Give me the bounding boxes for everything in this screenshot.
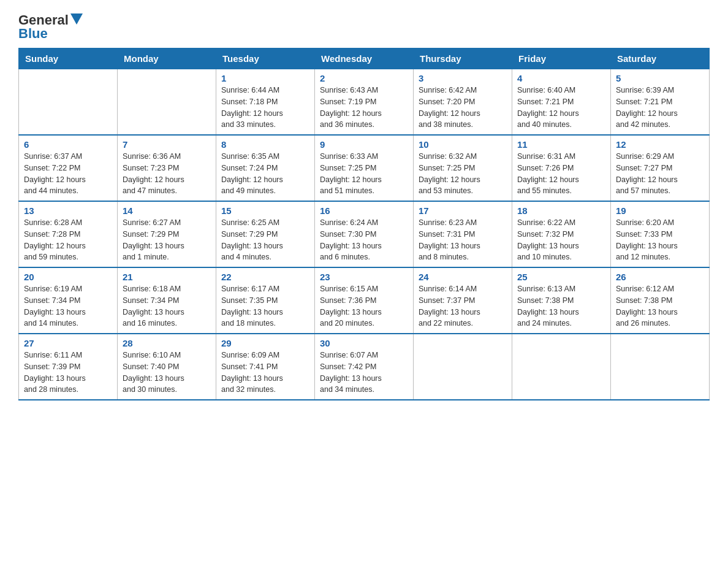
- day-info: Sunrise: 6:32 AM Sunset: 7:25 PM Dayligh…: [419, 151, 507, 197]
- header-tuesday: Tuesday: [216, 48, 315, 69]
- day-info: Sunrise: 6:36 AM Sunset: 7:23 PM Dayligh…: [123, 151, 211, 197]
- day-info: Sunrise: 6:13 AM Sunset: 7:38 PM Dayligh…: [517, 283, 605, 329]
- calendar-cell: 19Sunrise: 6:20 AM Sunset: 7:33 PM Dayli…: [611, 201, 710, 267]
- header-friday: Friday: [512, 48, 611, 69]
- calendar-cell: 15Sunrise: 6:25 AM Sunset: 7:29 PM Dayli…: [216, 201, 315, 267]
- day-info: Sunrise: 6:27 AM Sunset: 7:29 PM Dayligh…: [123, 217, 211, 263]
- day-number: 1: [221, 73, 309, 83]
- day-info: Sunrise: 6:20 AM Sunset: 7:33 PM Dayligh…: [616, 217, 704, 263]
- calendar-cell: 30Sunrise: 6:07 AM Sunset: 7:42 PM Dayli…: [315, 334, 414, 400]
- day-info: Sunrise: 6:44 AM Sunset: 7:18 PM Dayligh…: [221, 85, 309, 131]
- header-saturday: Saturday: [611, 48, 710, 69]
- day-number: 3: [419, 73, 507, 83]
- day-number: 25: [517, 272, 605, 282]
- day-number: 16: [320, 205, 408, 216]
- day-info: Sunrise: 6:35 AM Sunset: 7:24 PM Dayligh…: [221, 151, 309, 197]
- day-number: 7: [123, 139, 211, 150]
- day-number: 28: [123, 338, 211, 348]
- day-number: 27: [24, 338, 112, 348]
- day-info: Sunrise: 6:28 AM Sunset: 7:28 PM Dayligh…: [24, 217, 112, 263]
- day-info: Sunrise: 6:22 AM Sunset: 7:32 PM Dayligh…: [517, 217, 605, 263]
- day-number: 14: [123, 205, 211, 216]
- header-sunday: Sunday: [19, 48, 118, 69]
- calendar-cell: 6Sunrise: 6:37 AM Sunset: 7:22 PM Daylig…: [19, 135, 118, 201]
- day-info: Sunrise: 6:43 AM Sunset: 7:19 PM Dayligh…: [320, 85, 408, 131]
- day-info: Sunrise: 6:11 AM Sunset: 7:39 PM Dayligh…: [24, 350, 112, 396]
- calendar-cell: 4Sunrise: 6:40 AM Sunset: 7:21 PM Daylig…: [512, 69, 611, 136]
- calendar-cell: 12Sunrise: 6:29 AM Sunset: 7:27 PM Dayli…: [611, 135, 710, 201]
- calendar-header-row: SundayMondayTuesdayWednesdayThursdayFrid…: [19, 48, 710, 69]
- day-info: Sunrise: 6:23 AM Sunset: 7:31 PM Dayligh…: [419, 217, 507, 263]
- calendar-cell: [19, 69, 118, 136]
- day-info: Sunrise: 6:09 AM Sunset: 7:41 PM Dayligh…: [221, 350, 309, 396]
- day-number: 5: [616, 73, 704, 83]
- day-number: 29: [221, 338, 309, 348]
- svg-marker-0: [70, 13, 83, 25]
- calendar-cell: 27Sunrise: 6:11 AM Sunset: 7:39 PM Dayli…: [19, 334, 118, 400]
- calendar-cell: 10Sunrise: 6:32 AM Sunset: 7:25 PM Dayli…: [414, 135, 512, 201]
- day-info: Sunrise: 6:37 AM Sunset: 7:22 PM Dayligh…: [24, 151, 112, 197]
- calendar-week-row: 13Sunrise: 6:28 AM Sunset: 7:28 PM Dayli…: [19, 201, 710, 267]
- calendar-week-row: 1Sunrise: 6:44 AM Sunset: 7:18 PM Daylig…: [19, 69, 710, 136]
- header-wednesday: Wednesday: [315, 48, 414, 69]
- calendar-cell: 16Sunrise: 6:24 AM Sunset: 7:30 PM Dayli…: [315, 201, 414, 267]
- day-number: 21: [123, 272, 211, 282]
- calendar-cell: 18Sunrise: 6:22 AM Sunset: 7:32 PM Dayli…: [512, 201, 611, 267]
- day-info: Sunrise: 6:17 AM Sunset: 7:35 PM Dayligh…: [221, 283, 309, 329]
- day-info: Sunrise: 6:42 AM Sunset: 7:20 PM Dayligh…: [419, 85, 507, 131]
- calendar-cell: 25Sunrise: 6:13 AM Sunset: 7:38 PM Dayli…: [512, 267, 611, 334]
- day-number: 13: [24, 205, 112, 216]
- day-number: 20: [24, 272, 112, 282]
- calendar-cell: 26Sunrise: 6:12 AM Sunset: 7:38 PM Dayli…: [611, 267, 710, 334]
- calendar-cell: 24Sunrise: 6:14 AM Sunset: 7:37 PM Dayli…: [414, 267, 512, 334]
- calendar-cell: 14Sunrise: 6:27 AM Sunset: 7:29 PM Dayli…: [118, 201, 216, 267]
- calendar-cell: 21Sunrise: 6:18 AM Sunset: 7:34 PM Dayli…: [118, 267, 216, 334]
- calendar-cell: 23Sunrise: 6:15 AM Sunset: 7:36 PM Dayli…: [315, 267, 414, 334]
- day-number: 19: [616, 205, 704, 216]
- day-number: 26: [616, 272, 704, 282]
- day-info: Sunrise: 6:07 AM Sunset: 7:42 PM Dayligh…: [320, 350, 408, 396]
- day-number: 10: [419, 139, 507, 150]
- calendar-cell: [414, 334, 512, 400]
- calendar-cell: 22Sunrise: 6:17 AM Sunset: 7:35 PM Dayli…: [216, 267, 315, 334]
- logo-blue: Blue: [18, 26, 48, 42]
- calendar-cell: 2Sunrise: 6:43 AM Sunset: 7:19 PM Daylig…: [315, 69, 414, 136]
- day-number: 6: [24, 139, 112, 150]
- calendar-cell: 3Sunrise: 6:42 AM Sunset: 7:20 PM Daylig…: [414, 69, 512, 136]
- day-info: Sunrise: 6:25 AM Sunset: 7:29 PM Dayligh…: [221, 217, 309, 263]
- calendar-cell: [118, 69, 216, 136]
- day-info: Sunrise: 6:40 AM Sunset: 7:21 PM Dayligh…: [517, 85, 605, 131]
- day-number: 24: [419, 272, 507, 282]
- day-info: Sunrise: 6:39 AM Sunset: 7:21 PM Dayligh…: [616, 85, 704, 131]
- calendar-table: SundayMondayTuesdayWednesdayThursdayFrid…: [18, 48, 710, 400]
- calendar-cell: 11Sunrise: 6:31 AM Sunset: 7:26 PM Dayli…: [512, 135, 611, 201]
- day-number: 17: [419, 205, 507, 216]
- calendar-cell: 29Sunrise: 6:09 AM Sunset: 7:41 PM Dayli…: [216, 334, 315, 400]
- calendar-cell: [512, 334, 611, 400]
- calendar-cell: 8Sunrise: 6:35 AM Sunset: 7:24 PM Daylig…: [216, 135, 315, 201]
- day-info: Sunrise: 6:19 AM Sunset: 7:34 PM Dayligh…: [24, 283, 112, 329]
- calendar-cell: 13Sunrise: 6:28 AM Sunset: 7:28 PM Dayli…: [19, 201, 118, 267]
- day-number: 15: [221, 205, 309, 216]
- day-number: 23: [320, 272, 408, 282]
- day-info: Sunrise: 6:31 AM Sunset: 7:26 PM Dayligh…: [517, 151, 605, 197]
- page-header: General Blue: [18, 12, 710, 42]
- calendar-cell: [611, 334, 710, 400]
- day-info: Sunrise: 6:14 AM Sunset: 7:37 PM Dayligh…: [419, 283, 507, 329]
- header-monday: Monday: [118, 48, 216, 69]
- day-number: 30: [320, 338, 408, 348]
- day-info: Sunrise: 6:24 AM Sunset: 7:30 PM Dayligh…: [320, 217, 408, 263]
- day-number: 2: [320, 73, 408, 83]
- calendar-cell: 28Sunrise: 6:10 AM Sunset: 7:40 PM Dayli…: [118, 334, 216, 400]
- calendar-cell: 17Sunrise: 6:23 AM Sunset: 7:31 PM Dayli…: [414, 201, 512, 267]
- day-number: 11: [517, 139, 605, 150]
- calendar-cell: 5Sunrise: 6:39 AM Sunset: 7:21 PM Daylig…: [611, 69, 710, 136]
- day-info: Sunrise: 6:33 AM Sunset: 7:25 PM Dayligh…: [320, 151, 408, 197]
- calendar-cell: 9Sunrise: 6:33 AM Sunset: 7:25 PM Daylig…: [315, 135, 414, 201]
- day-number: 4: [517, 73, 605, 83]
- calendar-week-row: 6Sunrise: 6:37 AM Sunset: 7:22 PM Daylig…: [19, 135, 710, 201]
- calendar-cell: 1Sunrise: 6:44 AM Sunset: 7:18 PM Daylig…: [216, 69, 315, 136]
- day-info: Sunrise: 6:10 AM Sunset: 7:40 PM Dayligh…: [123, 350, 211, 396]
- header-thursday: Thursday: [414, 48, 512, 69]
- day-number: 22: [221, 272, 309, 282]
